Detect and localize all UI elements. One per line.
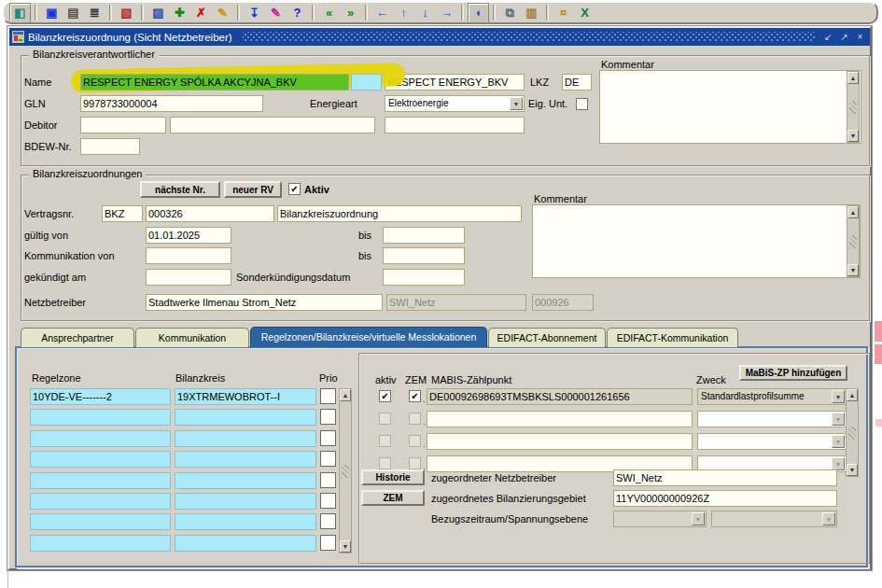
lkz-field[interactable]: DE bbox=[562, 74, 592, 91]
spannungsebene-dropdown[interactable]: ▼ bbox=[711, 511, 837, 527]
next-block-icon[interactable]: » bbox=[340, 3, 361, 23]
previous-block-icon[interactable]: « bbox=[318, 3, 340, 23]
zem-button[interactable]: ZEM bbox=[361, 490, 425, 506]
mabis-aktiv-checkbox[interactable] bbox=[379, 435, 391, 447]
prio-cell[interactable] bbox=[320, 409, 336, 425]
mabis-zp-hinzufuegen-button[interactable]: MaBiS-ZP hinzufügen bbox=[739, 365, 847, 381]
bezugszeitraum-dropdown[interactable]: ▼ bbox=[613, 511, 707, 527]
arrow-left-icon[interactable]: ← bbox=[371, 3, 393, 23]
window-titlebar[interactable]: Bilanzkreiszuordnung (Sicht Netzbetreibe… bbox=[9, 28, 870, 46]
dropdown-arrow-icon[interactable]: ▼ bbox=[832, 413, 845, 426]
restore-icon[interactable]: ↗ bbox=[837, 31, 851, 44]
gueltig-bis-field[interactable] bbox=[383, 227, 465, 244]
vertrag-nummer-field[interactable]: 000326 bbox=[146, 205, 274, 222]
exit-icon[interactable]: ◧ bbox=[9, 3, 31, 23]
kommunikation-bis-field[interactable] bbox=[383, 247, 465, 264]
prio-cell[interactable] bbox=[320, 388, 336, 404]
bilanzkreis-cell[interactable] bbox=[175, 451, 316, 468]
zweck-dropdown[interactable]: Standardlastprofilsumme▼ bbox=[697, 388, 847, 405]
debitor-field-3[interactable] bbox=[385, 117, 525, 133]
tab-regelzonen-bilanzkreise[interactable]: Regelzonen/Bilanzkreise/virtuelle Messlo… bbox=[250, 327, 487, 347]
netzbetreiber-name-field[interactable]: Stadtwerke Ilmenau Strom_Netz bbox=[146, 294, 383, 311]
dropdown-arrow-icon[interactable]: ▼ bbox=[832, 457, 845, 470]
bdew-field[interactable] bbox=[80, 138, 140, 155]
scrollbar-grip[interactable] bbox=[848, 427, 856, 440]
neuer-rv-button[interactable]: neuer RV bbox=[224, 181, 282, 198]
naechste-nr-button[interactable]: nächste Nr. bbox=[140, 181, 220, 198]
scroll-down-icon[interactable]: ▼ bbox=[340, 540, 351, 553]
mabis-zem-checkbox[interactable] bbox=[409, 413, 421, 425]
dropdown-arrow-icon[interactable]: ▼ bbox=[510, 97, 523, 110]
dropdown-arrow-icon[interactable]: ▼ bbox=[832, 435, 845, 448]
tab-edifact-kommunikation[interactable]: EDIFACT-Kommunikation bbox=[607, 328, 738, 347]
gueltig-von-field[interactable]: 01.01.2025 bbox=[146, 227, 231, 244]
eig-unt-checkbox[interactable] bbox=[576, 98, 588, 110]
bilanzkreis-cell[interactable] bbox=[175, 493, 316, 510]
scroll-up-icon[interactable]: ▲ bbox=[340, 389, 351, 401]
bilanzkreis-cell[interactable] bbox=[175, 535, 316, 552]
arrow-down-icon[interactable]: ↓ bbox=[414, 3, 436, 23]
prio-cell[interactable] bbox=[320, 513, 336, 529]
print-icon[interactable]: ▤ bbox=[63, 3, 84, 23]
bilanzkreis-cell[interactable] bbox=[175, 513, 316, 530]
gekuendigt-am-field[interactable] bbox=[146, 269, 231, 286]
kommentar2-scrollbar[interactable]: ▲▼ bbox=[847, 205, 860, 277]
prio-cell[interactable] bbox=[320, 535, 336, 551]
bilanzkreis-cell[interactable] bbox=[175, 430, 316, 447]
mabis-aktiv-checkbox[interactable] bbox=[379, 413, 391, 425]
tab-edifact-abonnement[interactable]: EDIFACT-Abonnement bbox=[488, 328, 606, 347]
tab-ansprechpartner[interactable]: Ansprechpartner bbox=[21, 328, 134, 347]
mabis-zaehlpunkt-field[interactable] bbox=[427, 411, 693, 427]
gln-field[interactable]: 9978733000004 bbox=[80, 95, 263, 112]
historie-button[interactable]: Historie bbox=[361, 469, 425, 485]
kommentar-textarea-1[interactable] bbox=[599, 70, 861, 144]
regelzone-cell[interactable] bbox=[30, 493, 171, 510]
navigator-icon[interactable]: ◖ bbox=[468, 3, 489, 23]
scroll-up-icon[interactable]: ▲ bbox=[847, 206, 859, 218]
kommentar1-scrollbar[interactable]: ▲▼ bbox=[847, 71, 860, 143]
bilanzierungsgebiet-field[interactable]: 11YV00000000926Z bbox=[613, 490, 837, 507]
bilanzkreis-cell[interactable] bbox=[175, 409, 316, 426]
scroll-down-icon[interactable]: ▼ bbox=[847, 264, 859, 276]
regelzone-cell[interactable] bbox=[30, 513, 171, 530]
mabis-zaehlpunkt-field[interactable] bbox=[427, 433, 693, 450]
regelzonen-scrollbar[interactable]: ▲▼ bbox=[339, 388, 352, 553]
prio-cell[interactable] bbox=[320, 430, 336, 446]
enter-query-icon[interactable]: ▨ bbox=[147, 3, 169, 23]
dropdown-arrow-icon[interactable]: ▼ bbox=[822, 512, 835, 525]
scroll-down-icon[interactable]: ▼ bbox=[847, 130, 859, 142]
zugeordneter-netzbetreiber-field[interactable]: SWI_Netz bbox=[613, 469, 837, 486]
bilanzkreis-cell[interactable] bbox=[175, 472, 316, 489]
save-icon[interactable]: ▣ bbox=[41, 3, 63, 23]
scroll-down-icon[interactable]: ▼ bbox=[847, 464, 858, 476]
prio-cell[interactable] bbox=[320, 493, 336, 509]
mabis-zem-checkbox[interactable] bbox=[409, 457, 421, 469]
delete-record-icon[interactable]: ✗ bbox=[190, 3, 212, 23]
paste-record-icon[interactable]: ▥ bbox=[521, 3, 542, 23]
scrollbar-grip[interactable] bbox=[849, 101, 857, 114]
vertrag-bezeichnung-field[interactable]: Bilanzkreiszuordnung bbox=[277, 205, 522, 222]
sonderkuendigungsdatum-field[interactable] bbox=[383, 269, 465, 286]
regelzone-cell[interactable] bbox=[30, 472, 171, 489]
scrollbar-grip[interactable] bbox=[342, 465, 349, 478]
kommunikation-von-field[interactable] bbox=[146, 247, 231, 264]
regelzone-cell[interactable] bbox=[30, 535, 171, 552]
name-alias-field[interactable]: RESPECT ENERGY_BKV bbox=[385, 74, 525, 91]
copy-record-icon[interactable]: ⧉ bbox=[499, 3, 521, 23]
prio-cell[interactable] bbox=[320, 451, 336, 467]
dropdown-arrow-icon[interactable]: ▼ bbox=[692, 512, 705, 525]
clear-form-icon[interactable]: ▧ bbox=[116, 3, 137, 23]
zweck-dropdown[interactable]: ▼ bbox=[697, 433, 847, 450]
close-icon[interactable]: × bbox=[853, 31, 867, 44]
regelzone-cell[interactable] bbox=[30, 451, 171, 468]
aktiv-checkbox[interactable]: ✔ bbox=[288, 183, 301, 195]
scroll-up-icon[interactable]: ▲ bbox=[847, 72, 859, 84]
prio-cell[interactable] bbox=[320, 472, 336, 488]
mabis-zem-checkbox[interactable]: ✔ bbox=[409, 390, 421, 402]
insert-record-icon[interactable]: ✚ bbox=[169, 3, 190, 23]
arrow-up-icon[interactable]: ↑ bbox=[393, 3, 414, 23]
help-icon[interactable]: ? bbox=[287, 3, 308, 23]
regelzone-cell[interactable] bbox=[30, 409, 171, 426]
bilanzkreis-cell[interactable]: 19XTRMEWOBROT--I bbox=[175, 388, 316, 405]
download-icon[interactable]: ↧ bbox=[244, 3, 265, 23]
